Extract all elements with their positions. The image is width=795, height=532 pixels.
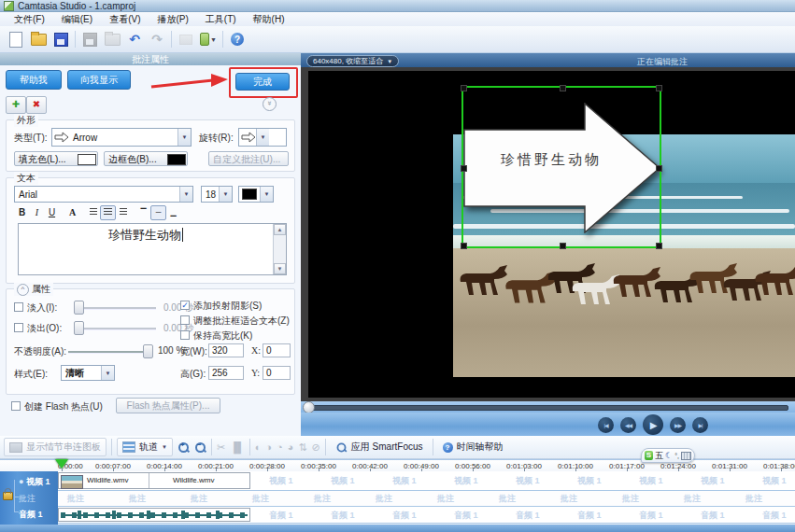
ime-language-bar[interactable]: S 五 ☾ °, — [641, 448, 695, 463]
save-as-icon — [83, 33, 97, 47]
audio-waveform — [61, 509, 248, 521]
fit-text-checkbox[interactable] — [180, 315, 190, 325]
x-input[interactable]: 0 — [263, 343, 291, 357]
style-select[interactable]: 清晰 ▼ — [61, 365, 115, 381]
fade-out-checkbox[interactable] — [14, 323, 23, 332]
font-size-select[interactable]: 18 ▼ — [201, 186, 233, 203]
opacity-slider[interactable] — [68, 351, 150, 354]
open-project-button[interactable] — [30, 31, 47, 48]
skip-to-start-button[interactable]: |◀ — [598, 417, 614, 433]
ime-mode-icon[interactable]: 五 — [655, 450, 663, 462]
drop-shadow-checkbox[interactable]: ✓ — [180, 301, 190, 310]
scroll-up-icon[interactable]: ▲ — [274, 224, 286, 235]
font-family-select[interactable]: Arial ▼ — [14, 186, 193, 203]
resize-handle[interactable] — [461, 85, 467, 91]
create-flash-hotspot-checkbox[interactable] — [11, 401, 21, 411]
opacity-slider-thumb[interactable] — [143, 344, 153, 358]
ime-keyboard-icon[interactable] — [681, 452, 691, 460]
keep-aspect-checkbox[interactable] — [180, 330, 190, 340]
help-me-button[interactable]: 帮助我 — [6, 70, 62, 90]
produce-share-button[interactable]: ▼ — [200, 31, 217, 48]
bold-button[interactable]: B — [14, 205, 30, 220]
menu-item[interactable]: 工具(T) — [197, 12, 245, 27]
valign-top-button[interactable]: ▔ — [135, 205, 151, 220]
disabled-tool-icon: ◔ — [277, 441, 283, 453]
ime-input-method-icon[interactable]: S — [645, 451, 653, 460]
collapse-panel-button[interactable]: » — [263, 97, 277, 111]
text-color-button[interactable]: A — [64, 205, 80, 220]
height-input[interactable]: 256 — [208, 366, 244, 380]
fade-out-label: 淡出(O): — [27, 322, 62, 335]
resize-handle[interactable] — [656, 85, 662, 91]
window-title: Camtasia Studio - 1.camproj — [18, 1, 135, 11]
video-frame: 珍惜野生动物 — [308, 71, 795, 398]
rotation-select[interactable]: ▼ — [238, 128, 287, 147]
tracks-button[interactable]: 轨道 ▼ — [117, 438, 173, 456]
fade-in-slider[interactable] — [74, 307, 156, 310]
menu-item[interactable]: 帮助(H) — [245, 12, 293, 27]
lock-icon[interactable] — [3, 492, 13, 500]
audio-clip[interactable] — [58, 508, 250, 522]
undo-button[interactable]: ↶ — [126, 31, 143, 48]
resize-handle[interactable] — [560, 243, 566, 249]
resize-handle[interactable] — [461, 165, 467, 172]
underline-button[interactable]: U — [44, 205, 60, 220]
play-button[interactable]: ▶ — [643, 414, 663, 435]
textarea-scrollbar[interactable]: ▲ ▼ — [273, 224, 286, 274]
resize-handle[interactable] — [656, 165, 662, 172]
callout-type-select[interactable]: Arrow ▼ — [51, 128, 192, 147]
scroll-down-icon[interactable]: ▼ — [274, 263, 286, 274]
video-clip[interactable]: Wildlife.wmv Wildlife.wmv — [58, 472, 250, 489]
playhead[interactable] — [55, 459, 68, 469]
italic-button[interactable]: I — [29, 205, 45, 220]
valign-bottom-button[interactable]: ▁ — [165, 205, 181, 220]
fade-in-slider-thumb[interactable] — [74, 301, 84, 315]
fade-in-checkbox[interactable] — [14, 302, 23, 312]
fast-forward-button[interactable]: ▶▶ — [670, 417, 686, 433]
zoom-out-button[interactable]: − — [194, 441, 206, 454]
align-center-button[interactable] — [100, 205, 116, 220]
ime-punctuation-icon[interactable]: °, — [674, 453, 679, 459]
resize-handle[interactable] — [656, 243, 662, 249]
ime-fullwidth-moon-icon[interactable]: ☾ — [665, 452, 673, 459]
delete-callout-button[interactable]: ✖ — [26, 96, 47, 114]
track-watermark: 音频 1 — [269, 509, 293, 521]
new-project-button[interactable] — [7, 31, 24, 48]
valign-bottom-icon: ▁ — [170, 208, 176, 217]
align-right-button[interactable] — [115, 205, 131, 220]
add-callout-button[interactable]: ✚ — [6, 96, 26, 114]
menu-item[interactable]: 编辑(E) — [53, 12, 101, 27]
callout-track-row[interactable]: 批注批注批注批注批注批注批注批注批注批注批注批注 — [58, 491, 795, 507]
valign-middle-button[interactable]: ─ — [150, 205, 166, 220]
skip-to-end-button[interactable]: ▶| — [692, 417, 708, 433]
resize-handle[interactable] — [461, 243, 467, 249]
menu-item[interactable]: 播放(P) — [149, 12, 196, 27]
callout-properties-panel: 批注属性 帮助我 向我显示 完成 ✚ ✖ » 外形 类型(T): Arrow ▼… — [0, 53, 302, 436]
callout-selection-box[interactable] — [461, 86, 661, 248]
font-color-select[interactable]: ▼ — [238, 186, 274, 203]
resize-handle[interactable] — [560, 85, 566, 91]
zoom-in-button[interactable]: + — [177, 441, 190, 454]
show-me-button[interactable]: 向我显示 — [67, 70, 131, 90]
timeline-help-button[interactable]: ? 时间轴帮助 — [438, 439, 508, 455]
apply-smartfocus-button[interactable]: 应用 SmartFocus — [331, 439, 428, 455]
chevron-down-icon: ▼ — [162, 444, 167, 450]
callout-text-input[interactable]: 珍惜野生动物 ▲ ▼ — [18, 223, 287, 275]
scrubber-track[interactable] — [310, 405, 788, 411]
collapse-section-icon[interactable]: ^ — [17, 284, 29, 296]
y-input[interactable]: 0 — [263, 366, 291, 380]
preview-stage: 珍惜野生动物 — [301, 67, 795, 401]
rewind-button[interactable]: ◀◀ — [620, 417, 636, 433]
menu-item[interactable]: 查看(V) — [101, 12, 149, 27]
width-input[interactable]: 320 — [208, 343, 244, 357]
fade-out-slider[interactable] — [74, 328, 156, 330]
style-label: 样式(E): — [14, 368, 48, 381]
menu-item[interactable]: 文件(F) — [6, 12, 53, 27]
help-button[interactable]: ? — [229, 31, 246, 48]
fade-out-slider-thumb[interactable] — [74, 321, 84, 335]
preview-zoom-select[interactable]: 640x480, 收缩至适合 ▼ — [306, 55, 399, 67]
save-button[interactable] — [52, 31, 69, 48]
video-track-row[interactable]: Wildlife.wmv Wildlife.wmv 视频 1视频 1视频 1视频… — [58, 471, 795, 491]
align-left-button[interactable] — [85, 205, 101, 220]
audio-track-row[interactable]: 音频 1音频 1音频 1音频 1音频 1音频 1音频 1音频 1音频 1 — [58, 507, 795, 524]
